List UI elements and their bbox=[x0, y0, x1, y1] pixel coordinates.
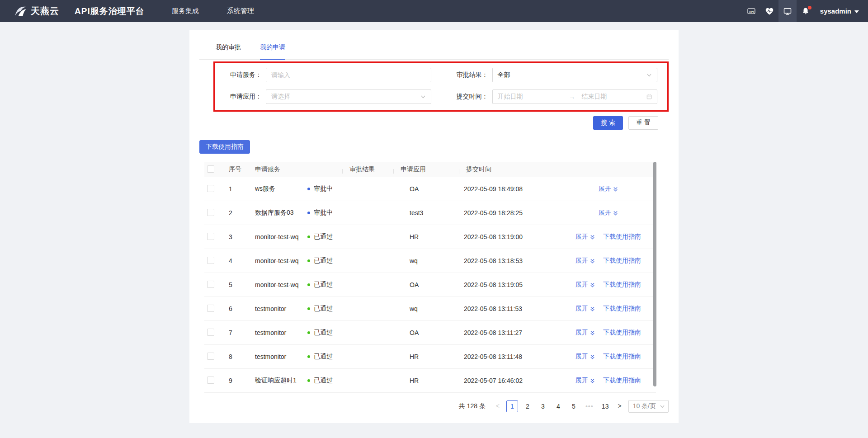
download-guide-link[interactable]: 下载使用指南 bbox=[603, 281, 641, 289]
expand-link[interactable]: 展开 bbox=[576, 257, 595, 265]
health-heart-icon[interactable] bbox=[760, 0, 778, 22]
vertical-scrollbar[interactable] bbox=[653, 162, 656, 386]
status-dot bbox=[307, 212, 310, 214]
requests-table: 序号 申请服务 审批结果 申请应用 提交时间 1ws服务审批中OA2022-05… bbox=[204, 162, 656, 393]
tab-my-requests[interactable]: 我的申请 bbox=[260, 43, 285, 60]
row-checkbox[interactable] bbox=[207, 329, 214, 336]
expand-link[interactable]: 展开 bbox=[576, 329, 595, 337]
expand-link[interactable]: 展开 bbox=[576, 377, 595, 385]
result-filter-select[interactable]: 全部 bbox=[492, 68, 658, 82]
expand-link[interactable]: 展开 bbox=[599, 209, 618, 217]
expand-link[interactable]: 展开 bbox=[576, 233, 595, 241]
expand-link[interactable]: 展开 bbox=[576, 353, 595, 361]
requesting-app: HR bbox=[402, 353, 457, 360]
service-name: 验证响应超时1 bbox=[248, 377, 303, 385]
tab-my-approvals[interactable]: 我的审批 bbox=[216, 43, 241, 59]
chevron-down-icon bbox=[646, 72, 652, 78]
service-filter-label: 申请服务： bbox=[215, 71, 266, 79]
next-page-icon[interactable]: > bbox=[615, 400, 625, 412]
status-dot bbox=[307, 331, 310, 334]
row-checkbox-cell bbox=[204, 377, 222, 385]
service-filter-input[interactable] bbox=[271, 71, 426, 79]
page-button-1[interactable]: 1 bbox=[506, 400, 518, 412]
chevron-down-icon bbox=[660, 404, 665, 409]
row-checkbox[interactable] bbox=[207, 377, 214, 384]
requesting-app: test3 bbox=[402, 209, 457, 217]
prev-page-icon[interactable]: < bbox=[493, 400, 503, 412]
row-number: 1 bbox=[222, 185, 248, 193]
table-row: 5monitor-test-wq已通过OA2022-05-08 13:19:05… bbox=[204, 273, 656, 297]
row-checkbox[interactable] bbox=[207, 305, 214, 312]
expand-link[interactable]: 展开 bbox=[599, 185, 618, 193]
requesting-app: HR bbox=[402, 377, 457, 384]
approval-status: 已通过 bbox=[303, 377, 402, 385]
expand-link[interactable]: 展开 bbox=[576, 281, 595, 289]
download-guide-link[interactable]: 下载使用指南 bbox=[603, 377, 641, 385]
status-dot bbox=[307, 188, 310, 190]
table-row: 6testmonitor已通过wq2022-05-08 13:11:53展开下载… bbox=[204, 297, 656, 321]
filter-highlight-box: 申请服务： 审批结果： 全部 申请应用： 请选择 bbox=[213, 61, 669, 112]
approval-status: 审批中 bbox=[303, 209, 402, 217]
service-name: testmonitor bbox=[248, 305, 303, 312]
page-button-5[interactable]: 5 bbox=[568, 400, 580, 412]
status-dot bbox=[307, 307, 310, 310]
row-number: 2 bbox=[222, 209, 248, 217]
row-checkbox[interactable] bbox=[207, 281, 214, 288]
download-guide-link[interactable]: 下载使用指南 bbox=[603, 233, 641, 241]
status-dot bbox=[307, 259, 310, 262]
download-guide-link[interactable]: 下载使用指南 bbox=[603, 257, 641, 265]
download-guide-link[interactable]: 下载使用指南 bbox=[603, 329, 641, 337]
page-button-13[interactable]: 13 bbox=[599, 400, 611, 412]
approval-status: 已通过 bbox=[303, 281, 402, 289]
approval-status: 已通过 bbox=[303, 353, 402, 361]
row-number: 9 bbox=[222, 377, 248, 384]
row-checkbox[interactable] bbox=[207, 185, 214, 192]
api-badge-icon[interactable]: API bbox=[742, 0, 760, 22]
notification-bell-icon[interactable] bbox=[797, 0, 815, 22]
select-all-checkbox[interactable] bbox=[207, 165, 214, 173]
row-checkbox[interactable] bbox=[207, 233, 214, 240]
row-number: 5 bbox=[222, 281, 248, 288]
submit-time: 2022-05-07 16:46:02 bbox=[457, 377, 561, 384]
service-name: monitor-test-wq bbox=[248, 281, 303, 288]
row-checkbox-cell bbox=[204, 281, 222, 289]
download-guide-link[interactable]: 下载使用指南 bbox=[603, 305, 641, 313]
menu-item-service-integration[interactable]: 服务集成 bbox=[172, 7, 199, 15]
requesting-app: OA bbox=[402, 281, 457, 288]
download-guide-button[interactable]: 下载使用指南 bbox=[199, 140, 250, 154]
page-size-select[interactable]: 10 条/页 bbox=[628, 400, 669, 413]
row-checkbox-cell bbox=[204, 257, 222, 265]
row-checkbox-cell bbox=[204, 209, 222, 217]
username: sysadmin bbox=[820, 7, 851, 15]
menu-item-system-management[interactable]: 系统管理 bbox=[227, 7, 254, 15]
status-text: 已通过 bbox=[314, 305, 333, 313]
row-actions: 展开下载使用指南 bbox=[561, 257, 656, 265]
page-button-4[interactable]: 4 bbox=[552, 400, 564, 412]
expand-link[interactable]: 展开 bbox=[576, 305, 595, 313]
table-body: 1ws服务审批中OA2022-05-09 18:49:08展开2数据库服务03审… bbox=[204, 177, 656, 393]
start-date-placeholder: 开始日期 bbox=[498, 93, 523, 101]
row-checkbox[interactable] bbox=[207, 353, 214, 360]
download-guide-link[interactable]: 下载使用指南 bbox=[603, 353, 641, 361]
service-name: monitor-test-wq bbox=[248, 257, 303, 264]
monitor-icon[interactable] bbox=[778, 0, 797, 22]
page-button-2[interactable]: 2 bbox=[522, 400, 533, 412]
requesting-app: wq bbox=[402, 257, 457, 264]
app-filter-select[interactable]: 请选择 bbox=[266, 89, 431, 104]
user-menu[interactable]: sysadmin bbox=[820, 7, 859, 15]
approval-status: 已通过 bbox=[303, 233, 402, 241]
search-button[interactable]: 搜 索 bbox=[593, 116, 623, 130]
main-menu: 服务集成 系统管理 bbox=[172, 0, 254, 22]
page-button-3[interactable]: 3 bbox=[537, 400, 549, 412]
reset-button[interactable]: 重 置 bbox=[628, 116, 658, 130]
top-navbar: 天燕云 API服务治理平台 服务集成 系统管理 API sysadmin bbox=[0, 0, 868, 22]
time-range-picker[interactable]: 开始日期 → 结束日期 bbox=[492, 89, 658, 104]
product-title: API服务治理平台 bbox=[75, 5, 145, 17]
page-size-value: 10 条/页 bbox=[633, 402, 656, 410]
row-checkbox[interactable] bbox=[207, 209, 214, 216]
submit-time: 2022-05-08 13:19:05 bbox=[457, 281, 561, 288]
status-dot bbox=[307, 355, 310, 358]
row-checkbox[interactable] bbox=[207, 257, 214, 264]
table-row: 1ws服务审批中OA2022-05-09 18:49:08展开 bbox=[204, 177, 656, 201]
status-text: 已通过 bbox=[314, 233, 333, 241]
